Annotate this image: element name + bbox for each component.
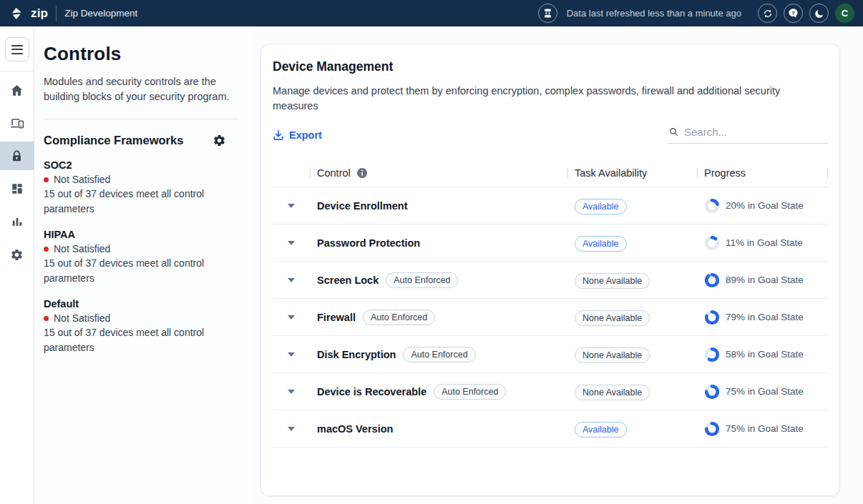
icon-sidebar	[0, 26, 34, 504]
sidebar-item-home[interactable]	[0, 76, 34, 104]
availability-badge: Available	[575, 236, 627, 252]
bar-chart-icon	[11, 215, 24, 228]
auto-enforced-badge: Auto Enforced	[363, 310, 435, 325]
sidebar-item-modules[interactable]	[0, 174, 34, 203]
table-row: Firewall Auto Enforced None Available 79…	[273, 299, 828, 336]
expand-row-caret-icon[interactable]	[288, 352, 295, 357]
card-title: Device Management	[273, 59, 828, 74]
download-icon	[273, 129, 284, 141]
framework-detail: 15 out of 37 devices meet all control pa…	[44, 256, 235, 286]
framework-item[interactable]: HIPAA Not Satisfied 15 out of 37 devices…	[44, 229, 235, 286]
frameworks-list: SOC2 Not Satisfied 15 out of 37 devices …	[44, 159, 239, 355]
progress-ring-icon	[704, 421, 720, 437]
user-avatar[interactable]: C	[835, 4, 854, 23]
control-name: Disk Encryption	[317, 349, 396, 360]
expand-row-caret-icon[interactable]	[288, 204, 295, 208]
framework-status: Not Satisfied	[54, 243, 110, 255]
table-row: Disk Encryption Auto Enforced None Avail…	[273, 336, 828, 373]
progress-ring-icon	[704, 198, 720, 214]
progress-label: 75% in Goal State	[726, 423, 804, 434]
search-icon	[669, 127, 678, 137]
gear-icon	[10, 248, 24, 262]
expand-row-caret-icon[interactable]	[288, 278, 295, 282]
zip-logo-icon	[10, 7, 23, 20]
export-button[interactable]: Export	[273, 129, 322, 144]
progress-ring-icon	[704, 384, 720, 400]
availability-badge: None Available	[575, 273, 650, 289]
info-icon[interactable]	[356, 167, 368, 179]
table-row: Screen Lock Auto Enforced None Available…	[273, 262, 828, 299]
main-content: Device Management Manage devices and pro…	[252, 26, 863, 504]
framework-item[interactable]: SOC2 Not Satisfied 15 out of 37 devices …	[44, 159, 235, 217]
progress-label: 11% in Goal State	[726, 237, 803, 248]
controls-table: Control Task Availability Progress Devic…	[273, 159, 828, 448]
data-freshness-icon	[538, 4, 557, 23]
availability-badge: None Available	[575, 347, 650, 363]
controls-panel: Controls Modules and security controls a…	[34, 26, 252, 504]
home-icon	[10, 84, 24, 97]
control-name: Password Protection	[317, 237, 420, 249]
controls-description: Modules and security controls are the bu…	[44, 74, 235, 104]
modules-grid-icon	[11, 182, 24, 195]
expand-row-caret-icon[interactable]	[288, 315, 295, 320]
dark-mode-toggle[interactable]	[809, 4, 829, 23]
control-name: Device Enrollment	[317, 200, 408, 212]
progress-label: 58% in Goal State	[726, 349, 804, 360]
export-label: Export	[289, 129, 322, 141]
status-dot-icon	[44, 247, 49, 252]
device-management-card: Device Management Manage devices and pro…	[260, 44, 840, 496]
search-box[interactable]	[668, 126, 828, 144]
page-title: Controls	[44, 43, 239, 65]
sidebar-toggle-button[interactable]	[5, 37, 29, 61]
expand-row-caret-icon[interactable]	[288, 427, 295, 431]
progress-label: 75% in Goal State	[726, 386, 804, 397]
lock-icon	[10, 149, 24, 163]
frameworks-settings-gear-icon[interactable]	[213, 134, 226, 147]
progress-label: 79% in Goal State	[726, 312, 804, 322]
status-dot-icon	[44, 177, 49, 182]
framework-status: Not Satisfied	[54, 174, 110, 185]
compliance-frameworks-title: Compliance Frameworks	[44, 134, 183, 147]
expand-row-caret-icon[interactable]	[288, 241, 295, 245]
framework-detail: 15 out of 37 devices meet all control pa…	[44, 187, 235, 217]
availability-badge: None Available	[575, 385, 650, 400]
brand-name: zip	[31, 6, 48, 21]
refresh-icon	[763, 9, 773, 19]
control-name: Device is Recoverable	[317, 386, 426, 397]
framework-name: Default	[44, 298, 235, 310]
column-header-control[interactable]: Control	[310, 167, 567, 179]
table-body: Device Enrollment Available 20% in Goal …	[273, 187, 828, 448]
panel-divider	[44, 119, 239, 119]
help-icon: ?	[788, 8, 799, 19]
auto-enforced-badge: Auto Enforced	[434, 384, 506, 400]
framework-item[interactable]: Default Not Satisfied 15 out of 37 devic…	[44, 298, 235, 355]
table-row: macOS Version Available 75% in Goal Stat…	[273, 410, 828, 448]
card-description: Manage devices and protect them by enfor…	[273, 84, 825, 114]
status-dot-icon	[44, 316, 49, 321]
framework-name: HIPAA	[44, 229, 235, 240]
sidebar-item-devices[interactable]	[0, 109, 34, 137]
table-header-row: Control Task Availability Progress	[273, 159, 828, 187]
progress-ring-icon	[704, 347, 720, 362]
expand-row-caret-icon[interactable]	[288, 390, 295, 394]
table-row: Password Protection Available 11% in Goa…	[273, 224, 828, 262]
sidebar-item-security[interactable]	[0, 142, 34, 170]
control-name: Firewall	[317, 312, 356, 323]
progress-label: 20% in Goal State	[726, 200, 804, 211]
framework-detail: 15 out of 37 devices meet all control pa…	[44, 325, 235, 355]
framework-status: Not Satisfied	[54, 312, 110, 324]
svg-text:?: ?	[791, 10, 795, 16]
search-input[interactable]	[684, 126, 827, 138]
help-button[interactable]: ?	[784, 4, 803, 23]
availability-badge: None Available	[575, 310, 650, 326]
column-header-progress[interactable]: Progress	[697, 167, 828, 179]
sidebar-item-settings[interactable]	[0, 240, 34, 269]
navbar-divider	[56, 6, 57, 21]
progress-ring-icon	[704, 235, 720, 251]
column-header-task-availability[interactable]: Task Availability	[567, 167, 697, 179]
refresh-status-text: Data last refreshed less than a minute a…	[567, 8, 741, 19]
control-name: Screen Lock	[317, 275, 379, 286]
progress-ring-icon	[704, 310, 720, 325]
sidebar-item-reports[interactable]	[0, 207, 34, 236]
refresh-button[interactable]	[758, 4, 777, 23]
